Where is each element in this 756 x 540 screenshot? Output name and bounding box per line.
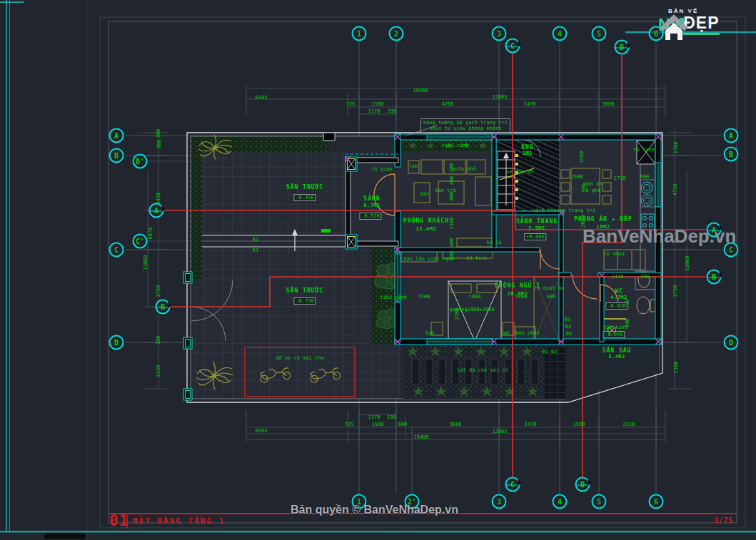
grid-bubble-label: 6: [654, 498, 658, 506]
furniture-label-dining-table: bàn ăn: [584, 181, 602, 187]
site-logo[interactable]: BẢN VẼ NH ĐẸP: [658, 4, 755, 45]
grid-bubble-row-a-right: A: [724, 128, 739, 143]
grid-bubble-row-b2: B': [133, 154, 148, 169]
furniture-label-nightstand: tab: [425, 330, 435, 336]
furniture-label-lamp: đèn: [420, 191, 430, 197]
section-marker-b-right: B: [707, 270, 722, 285]
dim-label: 12905: [492, 429, 507, 434]
grid-bubble-col-4: 4: [553, 26, 568, 41]
grid-bubble-row-d-right: D: [724, 335, 739, 350]
grid-bubble-col-5: 5: [592, 26, 607, 41]
dim-label: 1860: [469, 294, 481, 300]
section-marker-b-left: B: [156, 300, 171, 315]
room-label-porch: SẢNH: [363, 195, 380, 202]
level-badge: -0.020: [605, 302, 628, 310]
furniture-label-partition: vách thoáng trang trí: [533, 208, 596, 213]
furniture-label-planter: tiểu cảnh: [442, 143, 469, 148]
dim-label: 8870: [148, 228, 153, 240]
furniture-label-vanity: bàn phấn: [515, 330, 540, 336]
copyright-watermark[interactable]: Bản quyền © BanVeNhaDep.vn: [291, 504, 458, 516]
grid-bubble-label: C': [136, 238, 144, 245]
dim-label: 330: [388, 108, 397, 114]
level-badge: -0.750: [293, 297, 316, 305]
dim-label: 1170: [368, 108, 380, 114]
grid-bubble-label: B': [136, 158, 144, 165]
sheet-number: 01: [109, 512, 128, 529]
dim-label: 3600: [450, 422, 462, 427]
grid-bubble-label: D: [114, 339, 119, 347]
dim-label: 400: [449, 176, 455, 185]
dim-label: 600: [398, 422, 408, 427]
furniture-label-sofa: sofa nhỏ: [452, 166, 476, 172]
section-marker-d: D: [615, 40, 630, 55]
room-label-storage: KHO: [521, 144, 533, 151]
floorplan-drawing: [0, 0, 756, 540]
wall-note-line1: mảng tường ốp gạch trang trí: [423, 120, 508, 126]
room-label-front-yard-upper: SÂN TRƯỚC: [286, 184, 323, 190]
paving-label: lát đá chẻ sỏi cỏ: [457, 367, 508, 373]
dim-label: 11060: [143, 255, 148, 270]
dim-label: 800: [156, 140, 162, 149]
dim-label: 1590: [573, 422, 585, 427]
hedge-left: [191, 136, 202, 279]
dim-label: 330: [387, 414, 396, 420]
dim-label: 4750: [672, 184, 678, 196]
wall-note-line2: nhìn từ view phòng khách: [423, 126, 508, 131]
furniture-label-shoe-cabinet: tủ giày: [371, 166, 393, 172]
room-label-back-yard: SÂN SAU: [603, 347, 632, 354]
dim-label: 600: [641, 274, 650, 280]
grid-bubble-label: 2: [394, 30, 398, 38]
front-yard-tiles: [202, 152, 345, 236]
furniture-label-planter: tiểu cảnh: [380, 295, 407, 300]
grid-bubble-label: 5: [597, 498, 601, 506]
section-marker-c-bottom: C: [505, 477, 520, 492]
drawing-title: MẶT BẰNG TẦNG 1: [133, 516, 225, 526]
watermark-text: BanVeNhaDep.vn: [583, 225, 736, 248]
grid-bubble-row-b-right: B: [724, 147, 739, 162]
ramp-label: R1: [253, 248, 258, 253]
logo-brand-right: ĐẸP: [683, 14, 719, 35]
dim-label: 12005: [492, 94, 507, 100]
grid-bubble-label: B: [729, 151, 733, 158]
room-area: 2M2: [523, 151, 533, 156]
dim-label: 725: [345, 422, 354, 427]
drawing-scale: 1/75: [714, 516, 733, 525]
dim-label: 600: [547, 294, 556, 300]
furniture-label-wardrobe: tủ quần áo: [534, 285, 564, 291]
furniture-label-nightstand: tab: [500, 330, 510, 336]
wall-note: mảng tường ốp gạch trang trí nhìn từ vie…: [420, 118, 510, 133]
section-label: A: [154, 207, 158, 215]
dim-label: 2470: [524, 101, 536, 107]
level-badge: -0.040: [603, 331, 625, 338]
dim-label: 1420: [612, 274, 624, 280]
grid-bubble-label: 3: [497, 30, 501, 38]
section-marker-a-left: A: [149, 203, 164, 218]
furniture-label-desk: bàn làm việc +ghế: [403, 256, 455, 262]
dim-label: 1170: [368, 414, 380, 420]
room-label-wc: WC: [615, 288, 623, 295]
dim-label: 1750: [614, 175, 626, 181]
dim-label: 100: [156, 336, 161, 345]
step-label: 03: [566, 331, 572, 337]
parking-label: để xe có mái che: [276, 355, 323, 361]
dim-label: 1500: [571, 174, 583, 180]
dim-label: 1500: [372, 422, 384, 427]
grid-bubble-col-3: 3: [492, 26, 507, 41]
furniture-label-plastic-cabinet: tủ nhựa: [603, 251, 625, 257]
room-label-living: PHÒNG KHÁCH: [403, 218, 449, 224]
grid-bubble-col-6-bottom: 6: [649, 494, 664, 509]
level-badge: -0.020: [359, 213, 381, 220]
dim-label: 19400: [413, 434, 428, 440]
dim-label: 2130: [156, 365, 161, 377]
room-area: 15.4M2: [416, 226, 436, 232]
grid-bubble-row-d: D: [109, 335, 124, 350]
ramp-label: R2: [253, 237, 258, 243]
house-icon: [658, 14, 688, 44]
furniture-label-tv-shelf: kệ tivi: [466, 255, 488, 261]
level-badge: -0.450: [293, 194, 316, 201]
furniture-label-side-table: tab: [409, 163, 418, 169]
grid-bubble-col-5-bottom: 5: [592, 494, 607, 509]
room-area: 4.7M2: [610, 295, 628, 300]
section-marker-c: C: [505, 39, 520, 54]
grid-bubble-row-c: C: [109, 243, 124, 258]
